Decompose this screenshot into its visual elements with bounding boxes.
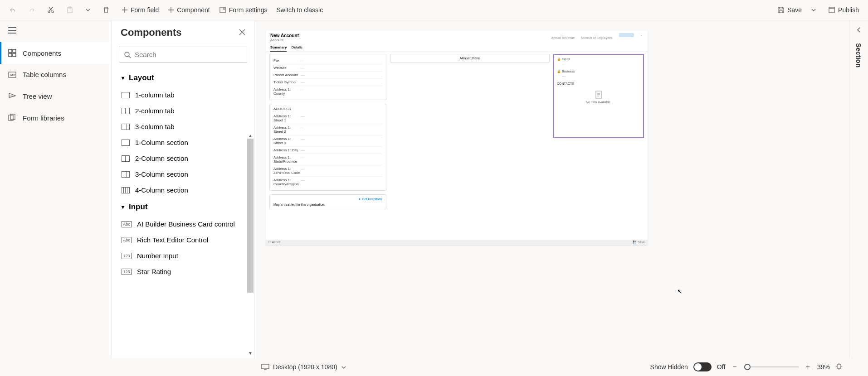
selected-section[interactable]: 🔒 Email--- 🔒 Business--- CONTACTS No dat…: [553, 54, 644, 138]
fit-to-screen-button[interactable]: [835, 363, 843, 371]
tab-summary[interactable]: Summary: [270, 44, 287, 52]
field-row[interactable]: Ticker Symbol---: [273, 79, 382, 86]
zoom-out-button[interactable]: −: [731, 363, 738, 371]
publish-label: Publish: [838, 6, 859, 14]
meta-label: Annual Revenue: [551, 36, 575, 39]
item-label: Number Input: [137, 252, 178, 260]
owner-badge: xxxxx: [619, 33, 634, 37]
component-3-column-section[interactable]: 3-Column section: [112, 166, 254, 182]
component-rich-text-editor[interactable]: AbcRich Text Editor Control: [112, 232, 254, 248]
group-layout-header[interactable]: ▾ Layout: [112, 69, 254, 87]
zoom-thumb[interactable]: [744, 364, 751, 370]
component-label: Component: [177, 6, 210, 14]
viewport-selector[interactable]: Desktop (1920 x 1080): [273, 363, 346, 371]
component-star-rating[interactable]: 123Star Rating: [112, 264, 254, 280]
chevron-down-icon[interactable]: ⌄: [640, 33, 643, 37]
component-4-column-section[interactable]: 4-Column section: [112, 182, 254, 198]
nav-components[interactable]: Components: [0, 42, 111, 64]
field-row[interactable]: Address 1: Street 1---: [273, 113, 382, 124]
component-2-column-section[interactable]: 2-Column section: [112, 150, 254, 166]
cut-button[interactable]: [43, 0, 62, 20]
nav-form-libraries[interactable]: Form libraries: [0, 107, 111, 129]
field-row[interactable]: Address 1: County---: [273, 86, 382, 97]
zoom-level: 39%: [817, 363, 830, 371]
account-info-card[interactable]: Fax--- Website--- Parent Account--- Tick…: [269, 54, 386, 100]
paste-button[interactable]: [62, 0, 81, 20]
paste-icon: [66, 6, 73, 14]
undo-button[interactable]: [5, 0, 24, 20]
tab-details[interactable]: Details: [291, 44, 302, 52]
close-panel-button[interactable]: [239, 28, 245, 38]
mouse-cursor: ↖: [677, 288, 683, 295]
field-row[interactable]: 🔒 Business---: [557, 70, 640, 77]
fit-icon: [835, 363, 843, 370]
num-icon: 123: [122, 253, 132, 259]
publish-icon: [828, 6, 835, 14]
expand-properties-button[interactable]: [856, 27, 862, 35]
bottom-status-bar: Desktop (1920 x 1080) Show Hidden Off − …: [255, 358, 849, 376]
group-title: Input: [129, 202, 148, 212]
field-row[interactable]: Address 1: City---: [273, 147, 382, 154]
component-number-input[interactable]: 123Number Input: [112, 248, 254, 264]
component-2-column-tab[interactable]: 2-column tab: [112, 103, 254, 119]
zoom-in-button[interactable]: +: [804, 363, 812, 371]
form-settings-button[interactable]: Form settings: [215, 0, 272, 20]
field-row[interactable]: Parent Account---: [273, 72, 382, 79]
item-label: 1-column tab: [135, 91, 175, 99]
scroll-down-arrow[interactable]: ▼: [247, 351, 254, 356]
address-card[interactable]: ADDRESS Address 1: Street 1--- Address 1…: [269, 104, 386, 191]
hamburger-button[interactable]: [0, 20, 111, 42]
nav-tree-view[interactable]: Tree view: [0, 85, 111, 107]
components-list: ▲ ▾ Layout 1-column tab 2-column tab 3-c…: [112, 66, 254, 358]
component-ai-builder-card[interactable]: AbcAI Builder Business Card control: [112, 216, 254, 232]
chevron-left-icon: [856, 27, 862, 33]
table-columns-icon: Abc: [8, 72, 16, 78]
delete-button[interactable]: [98, 0, 117, 20]
timeline-placeholder[interactable]: Almost there: [390, 54, 550, 63]
field-row[interactable]: Address 1: ZIP/Postal Code---: [273, 165, 382, 177]
component-3-column-tab[interactable]: 3-column tab: [112, 119, 254, 135]
save-dropdown[interactable]: [806, 0, 824, 20]
component-1-column-tab[interactable]: 1-column tab: [112, 87, 254, 103]
switch-to-classic-button[interactable]: Switch to classic: [272, 0, 327, 20]
search-input[interactable]: [135, 51, 242, 58]
form-footer: ☐ Active 💾 Save: [266, 240, 648, 245]
scrollbar-thumb[interactable]: [247, 139, 254, 293]
zoom-slider[interactable]: [744, 366, 799, 367]
field-row[interactable]: Website---: [273, 64, 382, 72]
save-label: Save: [787, 6, 802, 14]
get-directions-link[interactable]: ✦ Get Directions: [273, 198, 382, 201]
field-row[interactable]: Address 1: Street 2---: [273, 124, 382, 135]
redo-button[interactable]: [24, 0, 43, 20]
undo-icon: [9, 6, 16, 14]
field-row[interactable]: Address 1: State/Province---: [273, 154, 382, 165]
save-button[interactable]: Save: [773, 0, 806, 20]
footer-save[interactable]: Save: [638, 241, 645, 244]
item-label: 4-Column section: [135, 186, 188, 194]
paste-dropdown[interactable]: [81, 0, 98, 20]
scroll-up-arrow[interactable]: ▲: [247, 133, 254, 139]
components-panel: Components ▲ ▾ Layout 1-column tab 2-col…: [112, 20, 255, 358]
document-icon: [595, 91, 602, 99]
component-1-column-section[interactable]: 1-Column section: [112, 135, 254, 150]
search-box[interactable]: [119, 47, 247, 63]
map-card[interactable]: ✦ Get Directions Map is disabled for thi…: [269, 194, 386, 209]
field-row[interactable]: Address 1: Country/Region---: [273, 177, 382, 188]
form-settings-label: Form settings: [229, 6, 268, 14]
settings-icon: [219, 6, 226, 14]
map-disabled-text: Map is disabled for this organization.: [273, 203, 382, 206]
field-row[interactable]: Fax---: [273, 57, 382, 64]
group-input-header[interactable]: ▾ Input: [112, 198, 254, 216]
nav-table-columns[interactable]: Abc Table columns: [0, 64, 111, 85]
form-canvas-area[interactable]: New Account Account ---Annual Revenue --…: [255, 20, 849, 358]
item-label: Rich Text Editor Control: [137, 236, 208, 244]
field-row[interactable]: 🔒 Email---: [557, 58, 640, 65]
add-component-button[interactable]: Component: [163, 0, 214, 20]
publish-button[interactable]: Publish: [824, 0, 863, 20]
field-row[interactable]: Address 1: Street 3---: [273, 135, 382, 147]
show-hidden-toggle[interactable]: [693, 362, 712, 371]
svg-text:Abc: Abc: [10, 73, 16, 77]
form-preview[interactable]: New Account Account ---Annual Revenue --…: [266, 30, 648, 245]
add-form-field-button[interactable]: Form field: [117, 0, 163, 20]
svg-point-0: [48, 11, 50, 13]
